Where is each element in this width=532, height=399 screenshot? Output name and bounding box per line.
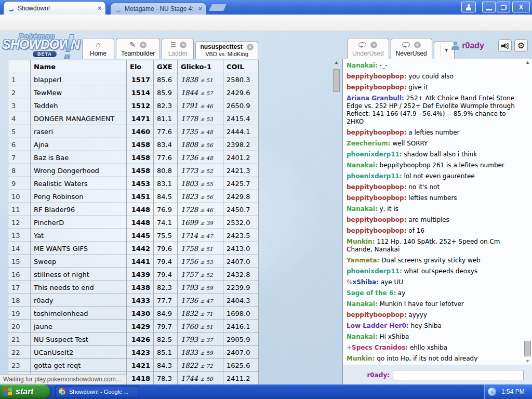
chat-username[interactable]: beppityboopbop: [347,216,406,223]
chat-username[interactable]: Yanmeta: [347,257,380,264]
browser-tab-active[interactable]: Showdown! × [3,1,106,15]
minimize-button[interactable] [482,2,496,12]
chat-username[interactable]: phoenixderp11: [347,151,402,158]
player-name-cell[interactable]: toshimelonhead [31,307,127,320]
scrollbar-thumb[interactable] [333,69,340,92]
chat-scrollbar[interactable]: ▲ ▼ [524,60,531,364]
player-name-cell[interactable]: blapperl [31,73,127,86]
player-name-cell[interactable]: Realistic Waters [31,177,127,190]
tab-close-icon[interactable]: × [98,5,101,12]
tab-home[interactable]: ⌂ Home [82,38,114,59]
chat-username[interactable]: Nanakai: [347,205,378,212]
rank-cell: 6 [8,138,31,151]
close-button[interactable]: X [512,2,530,12]
start-button[interactable]: start [0,384,50,399]
restore-button[interactable] [497,2,510,12]
tab-room-neverused[interactable]: × NeverUsed [391,38,432,59]
pencil-icon: ✎ [129,41,136,48]
chat-message: Yanmeta: Dual screens gravity sticky web [345,255,523,265]
player-name-cell[interactable]: gotta get reqt [31,359,127,372]
player-name-cell[interactable]: NU Suspect Test [31,333,127,346]
tab-room-underused[interactable]: × UnderUsed [347,38,389,59]
table-row: 10Peng Robinson145184.51823 ± 562429.8 [8,190,259,203]
rank-cell: 9 [8,177,31,190]
browser-tab-inactive[interactable]: Metagame - NU Stage 4: Alt × [110,3,207,15]
scrollbar-thumb[interactable] [524,341,531,356]
tab-label: Ladder [167,50,189,57]
player-name-cell[interactable]: Teddeh [31,99,127,112]
scroll-down-icon[interactable]: ▼ [524,358,531,364]
player-name-cell[interactable]: ME WANTS GIFS [31,242,127,255]
player-name-cell[interactable]: UCanUseIt2 [31,346,127,359]
tab-battle[interactable]: nususpecttest× VBD vs. MidKing [195,41,258,59]
player-name-cell[interactable]: PincherD [31,216,127,229]
chat-username[interactable]: beppityboopbop: [347,194,406,202]
chat-username[interactable]: %xShiba: [347,278,379,286]
player-name-cell[interactable]: This needs to end [31,281,127,294]
tab-teambuilder[interactable]: ✎× Teambuilder [116,38,160,59]
player-name-cell[interactable]: Peng Robinson [31,190,127,203]
username[interactable]: r0ady [462,41,484,50]
tab-close-icon[interactable]: × [198,5,202,12]
scroll-up-icon[interactable]: ▲ [333,60,340,65]
chat-input[interactable] [393,370,524,380]
ladder-scrollbar[interactable]: ▲ [333,60,340,383]
settings-button[interactable]: ⚙ [514,39,528,52]
player-name-cell[interactable]: RF Blader96 [31,203,127,216]
player-name-cell[interactable]: stillness of night [31,268,127,281]
player-name-cell[interactable]: DONGER MANAGEMENT [31,112,127,125]
tab-ladder[interactable]: × Ladder [162,38,194,59]
chat-username[interactable]: Nanakai: [347,62,378,69]
chat-username[interactable]: Sage of the 6: [347,289,396,297]
chat-username[interactable]: +Specs Cranidos: [347,344,408,351]
elo-cell: 1471 [127,112,154,125]
chat-username[interactable]: Munkin: [347,238,375,245]
tray-chevron-icon[interactable]: ‹ [488,388,496,396]
chat-username[interactable]: phoenixderp11: [347,172,402,180]
glicko-cell: 1823 ± 56 [178,190,223,203]
player-name-cell[interactable]: Wrong Dongerhood [31,164,127,177]
glicko-cell: 1844 ± 57 [178,86,223,99]
player-name-cell[interactable]: jaune [31,320,127,333]
chat-username[interactable]: Nanakai: [347,300,378,308]
table-row: 7Baz is Bae145877.61736 ± 482401.2 [8,151,259,164]
player-name-cell[interactable]: Baz is Bae [31,151,127,164]
player-name-cell[interactable]: raseri [31,125,127,138]
chat-username[interactable]: Munkin: [347,355,375,362]
chat-input-label: r0ady: [343,371,390,379]
elo-cell: 1433 [127,294,154,307]
tab-close-icon[interactable]: × [180,42,187,48]
elo-cell: 1430 [127,307,154,320]
player-name-cell[interactable]: TewMew [31,86,127,99]
player-name-cell[interactable]: Ajna [31,138,127,151]
taskbar-task-button[interactable]: Showdown! - Google ... [55,385,139,398]
chat-username[interactable]: beppityboopbop: [347,227,406,234]
rank-cell: 10 [8,190,31,203]
scroll-up-icon[interactable]: ▲ [524,60,531,65]
tab-close-icon[interactable]: × [414,42,421,48]
profile-button[interactable] [461,2,476,12]
chat-username[interactable]: Nanakai: [347,333,378,340]
sound-button[interactable] [498,39,512,52]
chat-text: lefties numbers [406,194,457,202]
chat-text: of 16 [406,227,424,234]
chat-username[interactable]: phoenixderp11: [347,268,402,275]
chat-username[interactable]: beppityboopbop: [347,84,406,91]
player-name-cell[interactable]: r0ady [31,294,127,307]
tab-close-icon[interactable]: × [247,44,254,50]
glicko-cell: 1793 ± 37 [178,333,223,346]
tab-close-icon[interactable]: × [370,42,377,48]
tab-close-icon[interactable]: × [140,42,147,48]
chat-username[interactable]: beppityboopbop: [347,129,406,136]
player-name-cell[interactable]: Sweep [31,255,127,268]
chat-username[interactable]: Ariana Granbull: [347,95,404,102]
chat-username[interactable]: Nanakai: [347,162,378,169]
chat-username[interactable]: beppityboopbop: [347,311,406,318]
chat-username[interactable]: Zeecherium: [347,140,391,147]
chat-username[interactable]: beppityboopbop: [347,73,406,80]
chat-username[interactable]: Low Ladder Her0: [347,322,409,329]
player-name-cell[interactable]: Yat [31,229,127,242]
chat-username[interactable]: beppityboopbop: [347,183,406,191]
rank-cell: 12 [8,216,31,229]
new-tab-button[interactable] [208,4,228,11]
